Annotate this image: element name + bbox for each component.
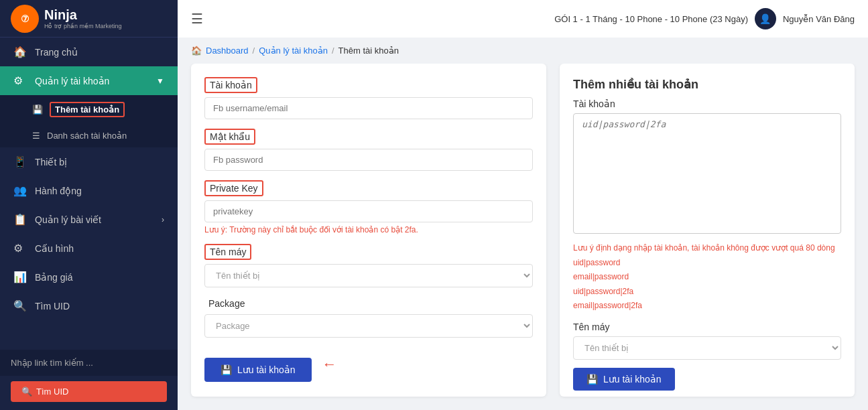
hint-line-2: email|password [573, 270, 841, 285]
sidebar-item-thiet-bi[interactable]: 📱 Thiết bị [0, 147, 178, 176]
breadcrumb-current: Thêm tài khoản [338, 46, 399, 56]
gear-icon: ⚙ [13, 74, 27, 87]
sidebar-item-cau-hinh[interactable]: ⚙ Cấu hình [0, 234, 178, 263]
right-account-label: Tài khoản [573, 98, 841, 109]
sidebar-item-quan-ly-tai-khoan[interactable]: ⚙ Quản lý tài khoản ▼ [0, 66, 178, 95]
users-icon: 👥 [13, 184, 27, 197]
sub-item-label: Danh sách tài khoản [47, 131, 127, 141]
label-ten-may: Tên máy [204, 244, 251, 260]
private-key-hint: Lưu ý: Trường này chỉ bắt buộc đối với t… [204, 225, 533, 234]
label-mat-khau: Mật khẩu [204, 129, 255, 145]
select-package[interactable]: Package [204, 314, 533, 338]
sidebar-item-label: Cấu hình [35, 243, 74, 254]
package-info: GÓI 1 - 1 Tháng - 10 Phone - 10 Phone (2… [554, 14, 748, 24]
logo-title: Ninja [44, 7, 122, 23]
arrow-indicator: ← [322, 356, 337, 373]
sidebar-item-danh-sach-tai-khoan[interactable]: ☰ Danh sách tài khoản [0, 124, 178, 147]
chevron-right-icon: › [162, 215, 164, 224]
sidebar-item-bang-gia[interactable]: 📊 Bảng giá [0, 263, 178, 291]
sub-item-label: Thêm tài khoản [50, 102, 125, 117]
field-private-key: Private Key Lưu ý: Trường này chỉ bắt bu… [204, 180, 533, 234]
breadcrumb: 🏠 Dashboard / Quản lý tài khoản / Thêm t… [178, 38, 868, 64]
logo-subtitle: Hỗ trợ phần mềm Marketing [44, 23, 122, 29]
sidebar-item-label: Tìm UID [35, 301, 70, 312]
search-icon-btn: 🔍 [21, 387, 32, 397]
right-select-device[interactable]: Tên thiết bị [573, 336, 841, 360]
search-icon: 🔍 [13, 299, 27, 312]
sidebar-item-label: Hành động [35, 186, 82, 196]
add-account-form: Tài khoản Mật khẩu Private Key Lưu ý: Tr… [191, 64, 546, 397]
sidebar-search-placeholder: Nhập link tìm kiếm ... [0, 350, 178, 376]
save-icon: 💾 [32, 105, 43, 115]
format-hints: Lưu ý định dạng nhập tài khoản, tài khoả… [573, 241, 841, 314]
config-icon: ⚙ [13, 242, 27, 255]
sidebar-item-quan-ly-bai-viet[interactable]: 📋 Quản lý bài viết › [0, 205, 178, 234]
hamburger-icon[interactable]: ☰ [191, 11, 203, 27]
article-icon: 📋 [13, 213, 27, 226]
main-area: ☰ GÓI 1 - 1 Tháng - 10 Phone - 10 Phone … [178, 0, 868, 410]
sidebar: ⑦ Ninja Hỗ trợ phần mềm Marketing 🏠 Tran… [0, 0, 178, 410]
hint-line-4: email|password|2fa [573, 299, 841, 314]
sidebar-item-label: Bảng giá [35, 272, 72, 283]
home-icon: 🏠 [191, 46, 202, 56]
hint-line-3: uid|password|2fa [573, 285, 841, 299]
sidebar-nav: 🏠 Trang chủ ⚙ Quản lý tài khoản ▼ 💾 Thêm… [0, 38, 178, 350]
avatar: 👤 [755, 8, 776, 29]
hint-line-1: uid|password [573, 256, 841, 271]
list-icon: ☰ [32, 131, 40, 141]
input-mat-khau[interactable] [204, 149, 533, 171]
sidebar-logo: ⑦ Ninja Hỗ trợ phần mềm Marketing [0, 0, 178, 38]
sidebar-item-label: Thiết bị [35, 157, 67, 167]
save-icon: 💾 [221, 364, 232, 375]
home-icon: 🏠 [13, 46, 27, 58]
sidebar-item-tim-uid[interactable]: 🔍 Tìm UID [0, 291, 178, 320]
sidebar-item-label: Trang chủ [35, 47, 78, 58]
right-save-icon: 💾 [586, 374, 598, 385]
svg-text:⑦: ⑦ [21, 13, 29, 24]
save-row: 💾 Lưu tài khoản ← [204, 347, 533, 382]
sidebar-item-label: Quản lý bài viết [35, 214, 101, 225]
sidebar-item-hanh-dong[interactable]: 👥 Hành động [0, 176, 178, 205]
select-ten-may[interactable]: Tên thiết bị [204, 264, 533, 287]
save-label: Lưu tài khoản [237, 364, 296, 375]
sidebar-item-trang-chu[interactable]: 🏠 Trang chủ [0, 38, 178, 66]
hint-line-0: Lưu ý định dạng nhập tài khoản, tài khoả… [573, 241, 841, 256]
field-ten-may: Tên máy Tên thiết bị [204, 244, 533, 287]
breadcrumb-dashboard[interactable]: Dashboard [206, 46, 249, 56]
field-package: Package Package [204, 297, 533, 338]
bulk-add-panel: Thêm nhiều tài khoản Tài khoản Lưu ý địn… [560, 64, 855, 397]
right-save-button[interactable]: 💾 Lưu tài khoản [573, 368, 675, 391]
label-private-key: Private Key [204, 180, 263, 196]
content-area: Tài khoản Mật khẩu Private Key Lưu ý: Tr… [178, 64, 868, 410]
logo-icon: ⑦ [11, 5, 39, 33]
pricing-icon: 📊 [13, 271, 27, 283]
sidebar-item-them-tai-khoan[interactable]: 💾 Thêm tài khoản [0, 95, 178, 124]
phone-icon: 📱 [13, 155, 27, 168]
topbar-right: GÓI 1 - 1 Tháng - 10 Phone - 10 Phone (2… [554, 8, 855, 29]
save-account-button[interactable]: 💾 Lưu tài khoản [204, 358, 312, 382]
label-tai-khoan: Tài khoản [204, 77, 257, 93]
right-save-label: Lưu tài khoản [603, 374, 662, 385]
right-device-label: Tên máy [573, 322, 841, 332]
right-panel-title: Thêm nhiều tài khoản [573, 77, 841, 92]
label-package: Package [204, 297, 249, 310]
tim-uid-button[interactable]: 🔍 Tìm UID [11, 381, 167, 402]
tim-uid-label: Tìm UID [36, 387, 68, 397]
breadcrumb-parent[interactable]: Quản lý tài khoản [259, 46, 328, 56]
username: Nguyễn Văn Đăng [783, 14, 855, 24]
field-tai-khoan: Tài khoản [204, 77, 533, 119]
field-mat-khau: Mật khẩu [204, 129, 533, 171]
topbar-left: ☰ [191, 11, 203, 27]
topbar: ☰ GÓI 1 - 1 Tháng - 10 Phone - 10 Phone … [178, 0, 868, 38]
sub-menu-tai-khoan: 💾 Thêm tài khoản ☰ Danh sách tài khoản [0, 95, 178, 147]
chevron-down-icon: ▼ [156, 76, 164, 86]
input-private-key[interactable] [204, 200, 533, 222]
input-tai-khoan[interactable] [204, 97, 533, 119]
bulk-textarea[interactable] [573, 113, 841, 234]
sidebar-item-label: Quản lý tài khoản [35, 76, 109, 86]
